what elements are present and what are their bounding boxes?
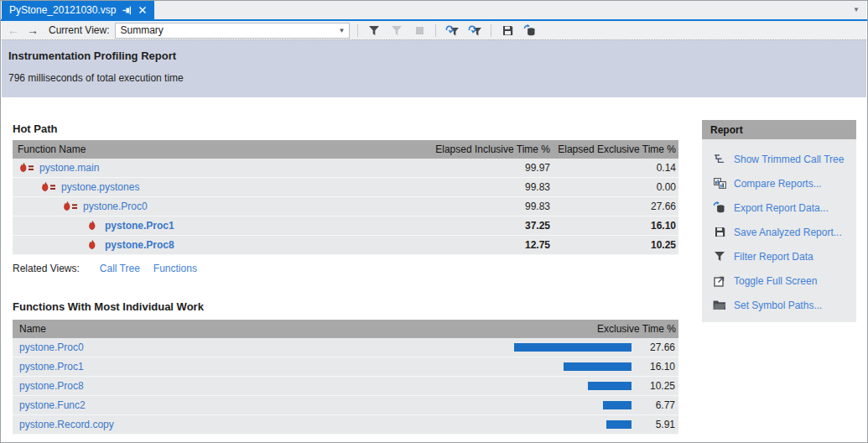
- exclusive-time-bar-cell: [491, 382, 632, 390]
- pin-icon[interactable]: [122, 6, 132, 15]
- profiler-toolbar: ← → Current View: Summary ▼: [2, 21, 866, 40]
- set-symbol-paths-icon: [713, 300, 726, 310]
- exclusive-time-bar-cell: [491, 401, 632, 409]
- column-header-name[interactable]: Name: [13, 323, 559, 335]
- close-icon[interactable]: [138, 6, 147, 14]
- report-subtitle: 796 milliseconds of total execution time: [8, 72, 866, 84]
- toolbar-separator: [435, 24, 436, 37]
- filter-icon: [713, 251, 726, 262]
- exclusive-time-value: 27.66: [632, 341, 678, 353]
- save-icon[interactable]: [499, 22, 516, 39]
- report-title: Instrumentation Profiling Report: [8, 50, 866, 62]
- inclusive-time-value: 12.75: [414, 239, 550, 251]
- exclusive-time-value: 6.77: [632, 399, 678, 411]
- function-link[interactable]: pystone.pystones: [61, 181, 139, 193]
- profiler-window: PyStone_20121030.vsp ▼ ← → Current View:…: [0, 0, 868, 443]
- report-action-compare-reports[interactable]: Compare Reports...: [702, 171, 856, 195]
- current-view-value: Summary: [120, 24, 163, 36]
- column-header-function-name[interactable]: Function Name: [13, 143, 414, 155]
- hot-path-row: pystone.Proc137.2516.10: [13, 216, 678, 236]
- toggle-full-screen-icon: [713, 275, 726, 287]
- filter-disabled-icon: [388, 22, 405, 39]
- individual-work-row: pystone.Func26.77: [13, 396, 678, 415]
- inclusive-time-value: 99.83: [414, 201, 550, 212]
- function-name-cell: pystone.Proc8: [13, 239, 414, 251]
- document-tab-strip: PyStone_20121030.vsp ▼: [2, 1, 866, 19]
- hot-path-row: pystone.pystones99.830.00: [13, 178, 678, 197]
- function-link[interactable]: pystone.Proc0: [19, 341, 84, 353]
- individual-work-table-header: Name Exclusive Time %: [13, 320, 678, 338]
- function-link[interactable]: pystone.Func2: [19, 399, 86, 411]
- individual-work-row: pystone.Record.copy5.91: [13, 415, 678, 435]
- current-view-label: Current View:: [49, 24, 109, 36]
- report-banner: Instrumentation Profiling Report 796 mil…: [2, 40, 866, 97]
- toolbar-separator: [357, 24, 358, 37]
- report-panel-items: Show Trimmed Call TreeCompare Reports...…: [702, 139, 856, 322]
- function-link[interactable]: pystone.Proc1: [105, 220, 174, 232]
- report-action-label: Compare Reports...: [734, 178, 822, 190]
- exclusive-time-value: 0.00: [550, 181, 678, 193]
- report-action-label: Set Symbol Paths...: [734, 300, 822, 311]
- report-action-label: Toggle Full Screen: [734, 275, 817, 287]
- refresh-filter-icon[interactable]: [466, 22, 483, 39]
- function-link[interactable]: pystone.Proc8: [19, 380, 84, 392]
- exclusive-time-bar: [603, 401, 632, 409]
- exclusive-time-value: 27.66: [550, 201, 678, 212]
- function-link[interactable]: pystone.Proc1: [19, 361, 84, 373]
- report-action-label: Save Analyzed Report...: [734, 227, 842, 238]
- function-link[interactable]: pystone.Record.copy: [19, 419, 114, 430]
- report-action-export-report-data[interactable]: Export Report Data...: [702, 195, 856, 220]
- related-view-call-tree-link[interactable]: Call Tree: [100, 263, 140, 274]
- export-report-data-icon[interactable]: [522, 22, 538, 39]
- individual-work-row: pystone.Proc027.66: [13, 338, 678, 357]
- exclusive-time-value: 10.25: [632, 380, 678, 392]
- column-header-exclusive[interactable]: Elapsed Exclusive Time %: [550, 143, 678, 155]
- hot-path-row: pystone.Proc812.7510.25: [13, 236, 678, 255]
- tab-list-dropdown-icon[interactable]: ▼: [853, 7, 860, 13]
- function-link[interactable]: pystone.Proc8: [105, 239, 174, 251]
- function-name-cell: pystone.Proc8: [13, 380, 491, 392]
- individual-work-row: pystone.Proc116.10: [13, 357, 678, 377]
- filter-icon[interactable]: [366, 22, 382, 39]
- flame-icon: [85, 221, 100, 232]
- reapply-filter-icon[interactable]: [444, 22, 460, 39]
- hot-path-table: Function Name Elapsed Inclusive Time % E…: [13, 140, 678, 255]
- current-view-dropdown[interactable]: Summary ▼: [115, 23, 350, 39]
- report-action-show-trimmed-call-tree[interactable]: Show Trimmed Call Tree: [702, 147, 856, 171]
- hot-path-row: pystone.main99.970.14: [13, 159, 678, 178]
- forward-arrow-icon[interactable]: →: [26, 24, 39, 36]
- tab-title: PyStone_20121030.vsp: [9, 4, 116, 16]
- hot-path-rows: pystone.main99.970.14pystone.pystones99.…: [13, 159, 678, 255]
- hot-path-title: Hot Path: [13, 122, 57, 135]
- related-view-functions-link[interactable]: Functions: [153, 263, 197, 274]
- function-name-cell: pystone.Proc1: [13, 361, 491, 373]
- exclusive-time-bar-cell: [491, 362, 632, 371]
- column-header-exclusive-time[interactable]: Exclusive Time %: [559, 323, 678, 335]
- column-header-inclusive[interactable]: Elapsed Inclusive Time %: [414, 143, 550, 155]
- inclusive-time-value: 99.97: [414, 162, 550, 174]
- stop-profiling-icon: [411, 22, 428, 39]
- report-action-filter-report-data[interactable]: Filter Report Data: [702, 244, 856, 268]
- tab-pystone-report[interactable]: PyStone_20121030.vsp: [2, 1, 154, 19]
- report-action-set-symbol-paths[interactable]: Set Symbol Paths...: [702, 293, 856, 317]
- function-link[interactable]: pystone.main: [39, 162, 99, 174]
- individual-work-rows: pystone.Proc027.66pystone.Proc116.10pyst…: [13, 338, 678, 435]
- report-action-label: Show Trimmed Call Tree: [734, 154, 844, 165]
- report-panel-title: Report: [702, 120, 856, 139]
- report-action-save-analyzed-report[interactable]: Save Analyzed Report...: [702, 220, 856, 244]
- inclusive-time-value: 99.83: [414, 181, 550, 193]
- function-name-cell: pystone.Record.copy: [13, 419, 491, 430]
- back-arrow-icon[interactable]: ←: [7, 24, 20, 36]
- exclusive-time-bar: [564, 362, 632, 371]
- report-action-toggle-full-screen[interactable]: Toggle Full Screen: [702, 268, 856, 293]
- related-views-label: Related Views:: [13, 263, 80, 274]
- report-action-label: Export Report Data...: [734, 202, 829, 214]
- individual-work-title: Functions With Most Individual Work: [13, 300, 204, 313]
- function-link[interactable]: pystone.Proc0: [83, 201, 148, 212]
- exclusive-time-bar: [514, 343, 632, 352]
- hot-path-table-header: Function Name Elapsed Inclusive Time % E…: [13, 140, 678, 159]
- function-name-cell: pystone.main: [13, 162, 414, 174]
- flame-icon: [85, 240, 100, 251]
- save-icon: [713, 227, 726, 237]
- toolbar-separator: [491, 24, 491, 37]
